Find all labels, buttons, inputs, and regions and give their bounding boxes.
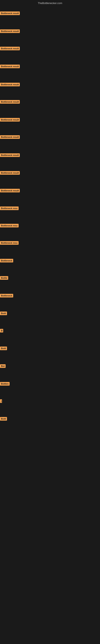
bottleneck-result-label: Bottleneck resu (0, 241, 19, 245)
bottleneck-result-label: Bottl (0, 312, 7, 315)
bottleneck-result-label: Bottle (0, 276, 8, 280)
bottleneck-result-label: Bottleneck result (0, 30, 20, 33)
bottleneck-result-label: Bottleneck (0, 294, 13, 298)
bottleneck-result-label: Bottleneck result (0, 189, 20, 192)
bottleneck-result-label: Bottleneck resu (0, 224, 19, 228)
bottleneck-result-label: Bottleneck result (0, 171, 20, 175)
bottleneck-result-label: B (0, 329, 3, 332)
bottleneck-result-label: Bottleneck result (0, 135, 20, 139)
bottleneck-result-label: Bottleneck result (0, 118, 20, 122)
bottleneck-result-label: Bot (0, 364, 6, 368)
bottleneck-result-label: Bottleneck result (0, 83, 20, 86)
bottleneck-result-label: Bottleneck result (0, 64, 20, 68)
bottleneck-result-label: Bottleneck result (0, 100, 20, 104)
bottleneck-result-label: Bottleneck resu (0, 206, 19, 210)
bottleneck-result-label: Bottleneck result (0, 153, 20, 157)
bottleneck-result-label: Bottleneck result (0, 12, 20, 15)
bottleneck-result-label: Bottleneck (0, 259, 13, 262)
bottleneck-result-label: Bottl (0, 346, 7, 350)
bottleneck-result-label: | (0, 399, 2, 403)
site-title: TheBottlenecker.com (38, 2, 62, 5)
bottleneck-result-label: Bottl (0, 417, 7, 420)
bottleneck-result-label: Bottleneck result (0, 47, 20, 50)
bottleneck-result-label: Bottlen (0, 382, 10, 386)
